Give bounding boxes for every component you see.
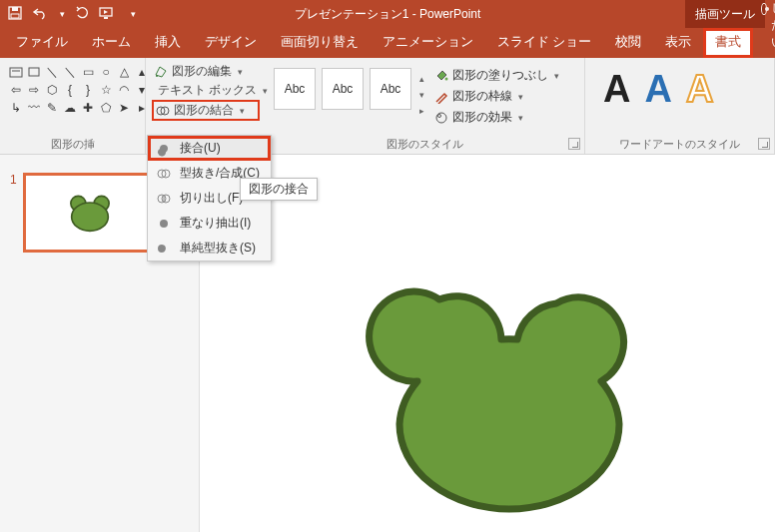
shape-rect-icon[interactable] (26, 64, 42, 80)
shape-triangle-icon[interactable]: △ (116, 64, 132, 80)
shape-arrow3-icon[interactable]: ➤ (116, 100, 132, 116)
bucket-icon (434, 69, 448, 83)
group-shape-styles: Abc Abc Abc ▴ ▾ ▸ 図形の塗りつぶし▾ 図形の枠線▾ (266, 58, 585, 154)
shape-pent-icon[interactable]: ⬠ (98, 100, 114, 116)
lightbulb-icon (761, 3, 766, 15)
gallery-up-icon[interactable]: ▴ (419, 74, 424, 84)
edit-shape-button[interactable]: 図形の編集▾ (154, 64, 258, 79)
shape-hex-icon[interactable]: ⬡ (44, 82, 60, 98)
wordart-preset-3[interactable]: A (686, 68, 713, 111)
gallery-more-icon[interactable]: ▸ (419, 106, 424, 116)
union-icon (156, 141, 172, 157)
text-box-button[interactable]: A テキスト ボックス▾ (154, 83, 258, 98)
shape-textbox-icon[interactable] (8, 64, 24, 80)
workspace: 1 (0, 155, 775, 532)
svg-rect-5 (10, 68, 22, 77)
wordart-preset-2[interactable]: A (644, 68, 671, 111)
text-box-label: テキスト ボックス (158, 83, 257, 98)
style-preset-2[interactable]: Abc (322, 68, 364, 110)
slide-canvas[interactable] (200, 155, 775, 532)
shape-cloud-icon[interactable]: ☁ (62, 100, 78, 116)
redo-icon[interactable] (75, 6, 89, 23)
style-preset-3[interactable]: Abc (370, 68, 411, 110)
fragment-icon (156, 191, 172, 207)
svg-rect-7 (29, 68, 39, 76)
merge-subtract-label: 単純型抜き(S) (180, 240, 256, 257)
shape-outline-button[interactable]: 図形の枠線▾ (434, 89, 559, 104)
svg-rect-1 (12, 7, 18, 11)
wordart-gallery[interactable]: A A A (593, 62, 766, 111)
chevron-down-icon: ▾ (554, 71, 559, 81)
chevron-down-icon: ▾ (240, 106, 245, 116)
merge-fragment-label: 切り出し(F) (180, 190, 243, 207)
tab-slideshow[interactable]: スライド ショー (485, 28, 603, 58)
svg-rect-4 (104, 17, 108, 19)
shape-brace2-icon[interactable]: } (80, 82, 96, 98)
start-from-beginning-icon[interactable] (99, 6, 115, 23)
merge-intersect-label: 重なり抽出(I) (180, 215, 251, 232)
slide-1-preview[interactable] (23, 173, 158, 253)
tab-file[interactable]: ファイル (4, 28, 80, 58)
style-preset-1[interactable]: Abc (274, 68, 316, 110)
svg-point-22 (72, 203, 109, 231)
shape-free-icon[interactable]: ✎ (44, 100, 60, 116)
shape-arc-icon[interactable]: ◠ (116, 82, 132, 98)
tell-me-label: 実行したい (771, 0, 775, 51)
tooltip-union: 図形の接合 (240, 178, 318, 201)
svg-rect-2 (11, 14, 19, 18)
merge-union-label: 接合(U) (180, 140, 221, 157)
chevron-down-icon: ▾ (518, 113, 523, 123)
save-icon[interactable] (8, 6, 22, 23)
tab-transitions[interactable]: 画面切り替え (269, 28, 371, 58)
dialog-launcher-icon[interactable] (758, 138, 770, 150)
shape-line-icon[interactable]: ＼ (44, 64, 60, 80)
chevron-down-icon: ▾ (518, 92, 523, 102)
group-label-shape-styles: 図形のスタイル (266, 137, 584, 152)
shape-star-icon[interactable]: ☆ (98, 82, 114, 98)
shape-connL-icon[interactable]: ↳ (8, 100, 24, 116)
tab-insert[interactable]: 挿入 (143, 28, 193, 58)
shape-arrowR-icon[interactable]: ⇨ (26, 82, 42, 98)
title-bar: ▾ ▾ プレゼンテーション1 - PowerPoint 描画ツール (0, 0, 775, 28)
shape-rect2-icon[interactable]: ▭ (80, 64, 96, 80)
tab-design[interactable]: デザイン (193, 28, 269, 58)
dialog-launcher-icon[interactable] (568, 138, 580, 150)
tab-review[interactable]: 校閲 (603, 28, 653, 58)
frog-thumbnail-icon (65, 193, 115, 233)
group-label-wordart: ワードアートのスタイル (585, 137, 774, 152)
gallery-down-icon[interactable]: ▾ (419, 90, 424, 100)
tab-animations[interactable]: アニメーション (371, 28, 485, 58)
group-insert-shapes: ＼ ＼ ▭ ○ △ ▴ ⇦ ⇨ ⬡ { } ☆ ◠ ▾ ↳ 〰 ✎ ☁ ✚ ⬠ … (0, 58, 146, 154)
shape-style-gallery[interactable]: Abc Abc Abc ▴ ▾ ▸ (274, 62, 424, 125)
slide-number: 1 (10, 173, 17, 187)
merge-subtract-item[interactable]: 単純型抜き(S) (148, 236, 271, 261)
shape-oval-icon[interactable]: ○ (98, 64, 114, 80)
shape-fill-button[interactable]: 図形の塗りつぶし▾ (434, 68, 559, 83)
shape-brace-icon[interactable]: { (62, 82, 78, 98)
tab-home[interactable]: ホーム (80, 28, 143, 58)
shapes-gallery[interactable]: ＼ ＼ ▭ ○ △ ▴ ⇦ ⇨ ⬡ { } ☆ ◠ ▾ ↳ 〰 ✎ ☁ ✚ ⬠ … (8, 62, 137, 116)
undo-icon[interactable] (32, 6, 48, 23)
merge-shapes-button[interactable]: 図形の結合▾ (154, 102, 258, 119)
wordart-preset-1[interactable]: A (603, 68, 630, 111)
shape-plus-icon[interactable]: ✚ (80, 100, 96, 116)
effects-icon (434, 111, 448, 125)
shape-curve-icon[interactable]: 〰 (26, 100, 42, 116)
tell-me[interactable]: 実行したい (753, 0, 775, 58)
shape-line2-icon[interactable]: ＼ (62, 64, 78, 80)
ribbon: ＼ ＼ ▭ ○ △ ▴ ⇦ ⇨ ⬡ { } ☆ ◠ ▾ ↳ 〰 ✎ ☁ ✚ ⬠ … (0, 58, 775, 155)
undo-dropdown-icon[interactable]: ▾ (60, 9, 65, 19)
subtract-icon (156, 241, 172, 257)
group-wordart-styles: A A A ワードアートのスタイル (585, 58, 775, 154)
qat-customize-icon[interactable]: ▾ (131, 9, 136, 19)
tab-format[interactable]: 書式 (703, 28, 753, 58)
shape-effects-button[interactable]: 図形の効果▾ (434, 110, 559, 125)
shape-effects-label: 図形の効果 (452, 110, 512, 125)
shape-arrowL-icon[interactable]: ⇦ (8, 82, 24, 98)
merge-union-item[interactable]: 接合(U) (148, 136, 271, 161)
frog-shape[interactable] (360, 284, 659, 514)
pen-icon (434, 90, 448, 104)
merge-intersect-item[interactable]: 重なり抽出(I) (148, 211, 271, 236)
svg-point-14 (436, 113, 446, 123)
tab-view[interactable]: 表示 (653, 28, 703, 58)
